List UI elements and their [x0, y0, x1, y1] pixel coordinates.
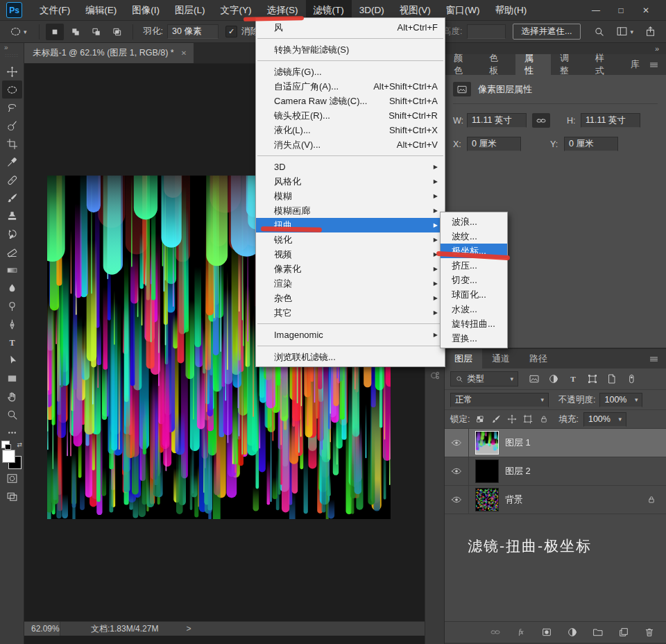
screen-mode-button[interactable]	[2, 487, 22, 505]
distort-submenu-item[interactable]: 挤压...	[441, 258, 507, 273]
pen-tool[interactable]	[2, 315, 22, 333]
fill-field[interactable]: 100% ▾	[583, 412, 626, 427]
move-tool[interactable]	[2, 62, 22, 80]
filter-menu-item[interactable]: 液化(L)...Shift+Ctrl+X	[256, 123, 445, 137]
distort-submenu-item[interactable]: 波纹...	[441, 229, 507, 244]
collapsed-panel-icon[interactable]	[429, 369, 441, 382]
crop-tool[interactable]	[2, 135, 22, 153]
panel-menu-icon[interactable]	[649, 54, 666, 75]
distort-submenu-item[interactable]: 球面化...	[441, 287, 507, 302]
layer-visibility-toggle[interactable]	[445, 457, 469, 485]
filter-menu-item[interactable]: 滤镜库(G)...	[256, 65, 445, 79]
feather-input[interactable]: 30 像素	[167, 24, 219, 39]
brush-tool[interactable]	[2, 189, 22, 207]
spot-healing-tool[interactable]	[2, 171, 22, 189]
tool-preset-icon[interactable]: ▾	[10, 26, 27, 37]
filter-type-layers-icon[interactable]: T	[565, 371, 581, 387]
distort-submenu-item[interactable]: 波浪...	[441, 214, 507, 229]
share-icon[interactable]	[644, 26, 656, 37]
close-button[interactable]: ✕	[638, 6, 654, 15]
menubar-item[interactable]: 编辑(E)	[78, 0, 124, 20]
distort-submenu-item[interactable]: 置换...	[441, 331, 507, 346]
hand-tool[interactable]	[2, 387, 22, 405]
menubar-item[interactable]: 文件(F)	[32, 0, 78, 20]
lock-pixels-icon[interactable]	[490, 414, 502, 424]
x-field[interactable]: 0 厘米	[467, 137, 521, 151]
panel-collapse-icon[interactable]: »	[655, 44, 659, 53]
filter-menu-item[interactable]: 渲染▶	[256, 276, 445, 291]
blend-mode-select[interactable]: 正常 ▾	[450, 393, 549, 407]
layer-filter-toggle[interactable]	[623, 371, 640, 387]
swap-colors-icon[interactable]: ⇄	[17, 441, 22, 448]
new-selection-button[interactable]	[46, 24, 64, 40]
filter-menu-item[interactable]: 模糊▶	[256, 189, 445, 203]
filter-menu-item[interactable]: 转换为智能滤镜(S)	[256, 42, 445, 57]
filter-menu-item[interactable]: 杂色▶	[256, 291, 445, 305]
layer-filter-select[interactable]: 类型 ▾	[450, 371, 518, 387]
menubar-item[interactable]: 图层(L)	[167, 0, 213, 20]
gradient-tool[interactable]	[2, 261, 22, 279]
search-icon[interactable]	[593, 26, 605, 37]
panel-tab-属性[interactable]: 属性	[515, 54, 551, 75]
path-selection-tool[interactable]	[2, 351, 22, 369]
zoom-tool[interactable]	[2, 405, 22, 423]
panel-tab-库[interactable]: 库	[622, 54, 649, 75]
layers-tab-通道[interactable]: 通道	[482, 349, 520, 368]
layer-row[interactable]: 背景	[445, 486, 666, 514]
filter-menu-item[interactable]: 自适应广角(A)...Alt+Shift+Ctrl+A	[256, 79, 445, 94]
lock-position-icon[interactable]	[506, 414, 518, 424]
menubar-item[interactable]: 帮助(H)	[487, 0, 534, 20]
antialias-checkbox[interactable]: ✓	[225, 26, 237, 37]
filter-menu-item[interactable]: 视频▶	[256, 247, 445, 262]
panel-tab-调整[interactable]: 调整	[551, 54, 586, 75]
elliptical-marquee-tool[interactable]	[2, 80, 22, 99]
height-field[interactable]: 11.11 英寸	[581, 113, 640, 128]
layer-row[interactable]: 图层 1	[445, 429, 666, 457]
new-layer-icon[interactable]	[615, 625, 632, 640]
lasso-tool[interactable]	[2, 99, 22, 117]
filter-shape-layers-icon[interactable]	[584, 371, 601, 387]
menubar-item[interactable]: 图像(I)	[124, 0, 167, 20]
opacity-field[interactable]: 100% ▾	[599, 393, 642, 407]
height-input[interactable]	[467, 24, 506, 39]
distort-submenu-item[interactable]: 旋转扭曲...	[441, 316, 507, 331]
distort-submenu-item[interactable]: 水波...	[441, 302, 507, 316]
lock-artboard-icon[interactable]	[522, 414, 533, 424]
filter-menu-item[interactable]: 3D▶	[256, 160, 445, 174]
layer-row[interactable]: 图层 2	[445, 457, 666, 486]
filter-menu-item[interactable]: 风Alt+Ctrl+F	[256, 20, 445, 35]
maximize-button[interactable]: □	[613, 6, 629, 15]
layer-visibility-toggle[interactable]	[445, 486, 469, 514]
intersect-selection-button[interactable]	[108, 24, 126, 40]
eyedropper-tool[interactable]	[2, 153, 22, 171]
status-chevron-icon[interactable]: >	[186, 624, 191, 634]
toolbar-collapse-icon[interactable]: »	[0, 43, 24, 53]
layers-tab-图层[interactable]: 图层	[445, 349, 482, 368]
panel-tab-颜色[interactable]: 颜色	[445, 54, 480, 75]
history-brush-tool[interactable]	[2, 225, 22, 243]
lock-all-icon[interactable]	[538, 414, 549, 424]
minimize-button[interactable]: —	[588, 6, 604, 15]
document-tab[interactable]: 未标题-1 @ 62.1% (图层 1, RGB/8) * ✕	[24, 43, 194, 63]
layer-style-icon[interactable]: fx	[513, 625, 529, 640]
link-dimensions-icon[interactable]	[532, 113, 550, 128]
filter-pixel-layers-icon[interactable]	[526, 371, 543, 387]
filter-menu-item[interactable]: 镜头校正(R)...Shift+Ctrl+R	[256, 108, 445, 123]
delete-layer-icon[interactable]	[641, 625, 658, 640]
layer-visibility-toggle[interactable]	[445, 429, 469, 457]
filter-smart-objects-icon[interactable]	[604, 371, 620, 387]
zoom-level-field[interactable]: 62.09%	[24, 622, 60, 636]
filter-adjustment-layers-icon[interactable]	[545, 371, 562, 387]
layer-thumbnail[interactable]	[475, 488, 499, 511]
width-field[interactable]: 11.11 英寸	[467, 113, 527, 128]
layer-thumbnail[interactable]	[475, 431, 499, 455]
lock-transparency-icon[interactable]	[475, 414, 486, 424]
clone-stamp-tool[interactable]	[2, 207, 22, 225]
panel-menu-icon[interactable]	[649, 349, 666, 368]
menubar-item[interactable]: 窗口(W)	[438, 0, 488, 20]
select-and-mask-button[interactable]: 选择并遮住...	[513, 24, 581, 40]
quick-mask-button[interactable]	[2, 469, 22, 487]
panel-tab-色板[interactable]: 色板	[480, 54, 515, 75]
panel-tab-样式[interactable]: 样式	[586, 54, 622, 75]
distort-submenu-item[interactable]: 切变...	[441, 273, 507, 287]
